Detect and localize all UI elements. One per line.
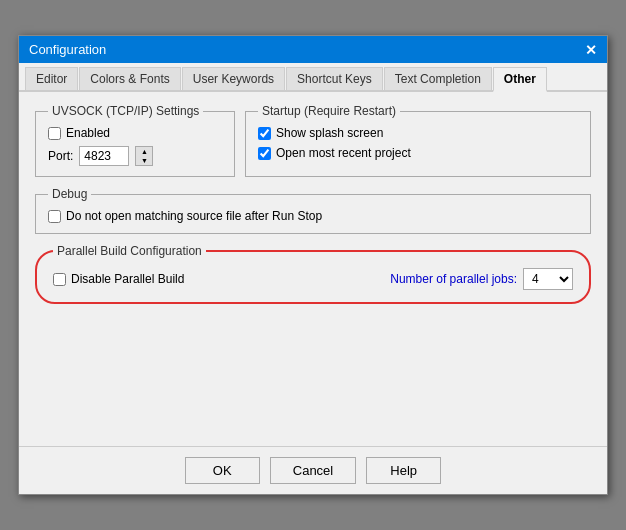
port-spinner: ▲ ▼: [135, 146, 153, 166]
tab-shortcut-keys[interactable]: Shortcut Keys: [286, 67, 383, 90]
open-recent-label: Open most recent project: [276, 146, 411, 160]
no-open-checkbox[interactable]: [48, 210, 61, 223]
open-recent-row: Open most recent project: [258, 146, 578, 160]
enabled-checkbox[interactable]: [48, 127, 61, 140]
bottom-buttons: OK Cancel Help: [19, 446, 607, 494]
parallel-row: Disable Parallel Build Number of paralle…: [53, 268, 573, 290]
tab-editor[interactable]: Editor: [25, 67, 78, 90]
spinner-down[interactable]: ▼: [136, 156, 152, 165]
parallel-section: Parallel Build Configuration Disable Par…: [35, 244, 591, 304]
close-icon[interactable]: ✕: [585, 43, 597, 57]
tab-text-completion[interactable]: Text Completion: [384, 67, 492, 90]
uvsock-section: UVSOCK (TCP/IP) Settings Enabled Port: ▲…: [35, 104, 235, 177]
parallel-legend: Parallel Build Configuration: [53, 244, 206, 258]
enabled-label: Enabled: [66, 126, 110, 140]
parallel-right: Number of parallel jobs: 1 2 3 4 6 8: [390, 268, 573, 290]
empty-area: [35, 314, 591, 434]
debug-section: Debug Do not open matching source file a…: [35, 187, 591, 234]
show-splash-label: Show splash screen: [276, 126, 383, 140]
cancel-button[interactable]: Cancel: [270, 457, 356, 484]
port-input[interactable]: [79, 146, 129, 166]
disable-parallel-checkbox[interactable]: [53, 273, 66, 286]
open-recent-checkbox[interactable]: [258, 147, 271, 160]
ok-button[interactable]: OK: [185, 457, 260, 484]
port-label: Port:: [48, 149, 73, 163]
startup-legend: Startup (Require Restart): [258, 104, 400, 118]
disable-parallel-label: Disable Parallel Build: [71, 272, 184, 286]
jobs-label: Number of parallel jobs:: [390, 272, 517, 286]
enabled-row: Enabled: [48, 126, 222, 140]
uvsock-legend: UVSOCK (TCP/IP) Settings: [48, 104, 203, 118]
tab-other[interactable]: Other: [493, 67, 547, 92]
no-open-row: Do not open matching source file after R…: [48, 209, 578, 223]
port-row: Port: ▲ ▼: [48, 146, 222, 166]
tab-bar: Editor Colors & Fonts User Keywords Shor…: [19, 63, 607, 92]
main-content: UVSOCK (TCP/IP) Settings Enabled Port: ▲…: [19, 92, 607, 446]
tab-user-keywords[interactable]: User Keywords: [182, 67, 285, 90]
top-sections: UVSOCK (TCP/IP) Settings Enabled Port: ▲…: [35, 104, 591, 177]
parallel-left: Disable Parallel Build: [53, 272, 184, 286]
tab-colors-fonts[interactable]: Colors & Fonts: [79, 67, 180, 90]
jobs-select[interactable]: 1 2 3 4 6 8: [523, 268, 573, 290]
spinner-up[interactable]: ▲: [136, 147, 152, 156]
configuration-dialog: Configuration ✕ Editor Colors & Fonts Us…: [18, 35, 608, 495]
no-open-label: Do not open matching source file after R…: [66, 209, 322, 223]
show-splash-row: Show splash screen: [258, 126, 578, 140]
dialog-title: Configuration: [29, 42, 106, 57]
show-splash-checkbox[interactable]: [258, 127, 271, 140]
debug-legend: Debug: [48, 187, 91, 201]
title-bar: Configuration ✕: [19, 36, 607, 63]
help-button[interactable]: Help: [366, 457, 441, 484]
startup-section: Startup (Require Restart) Show splash sc…: [245, 104, 591, 177]
